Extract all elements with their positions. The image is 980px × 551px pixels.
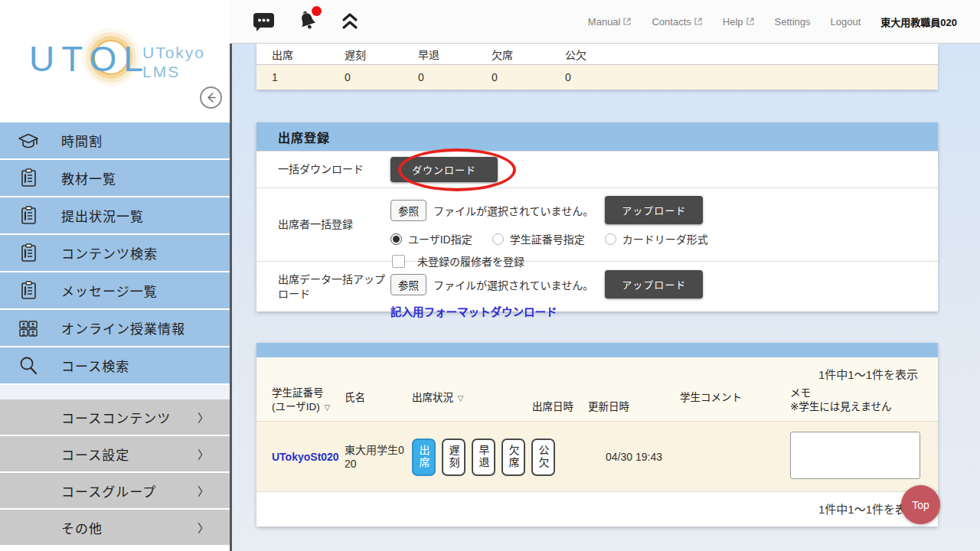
notifications-button[interactable] (296, 10, 319, 33)
id-type-radio-group: ユーザID指定 学生証番号指定 カードリーダ形式 (390, 231, 938, 246)
sort-icon[interactable]: ▽ (458, 394, 464, 403)
radio-student-card-number-label[interactable]: 学生証番号指定 (510, 231, 585, 246)
attendee-bulk-register-label: 出席者一括登録 (256, 188, 390, 261)
summary-header-late: 遅刻 (345, 47, 418, 62)
sidebar-item-messages[interactable]: メッセージ一覧 (0, 272, 230, 310)
external-link-icon (746, 17, 755, 26)
sidebar-item-label: 時間割 (61, 131, 103, 150)
collapse-topbar-button[interactable] (341, 11, 359, 31)
sidebar-item-online-class-info[interactable]: オンライン授業情報 (0, 310, 230, 347)
scroll-to-top-button[interactable]: Top (901, 485, 940, 524)
logo-subtitle-line2: LMS (142, 62, 205, 81)
status-button-excused[interactable]: 公欠 (531, 439, 555, 476)
help-link-label: Help (723, 16, 743, 28)
sidebar-item-label: コース設定 (61, 445, 129, 464)
sidebar-item-label: メッセージ一覧 (61, 281, 158, 300)
sort-icon[interactable]: ▽ (325, 403, 331, 412)
clipboard-icon (15, 168, 41, 188)
sidebar-item-course-search[interactable]: コース検索 (0, 347, 230, 385)
settings-link[interactable]: Settings (775, 16, 811, 28)
sidebar-section-gap (0, 385, 230, 399)
update-time-cell: 04/30 19:43 (606, 451, 662, 463)
sidebar-item-timetable[interactable]: 時間割 (0, 122, 230, 160)
radio-user-id-label[interactable]: ユーザID指定 (408, 231, 472, 246)
no-file-selected-text: ファイルが選択されていません。 (433, 277, 593, 292)
attendance-summary-table: 出席 遅刻 早退 欠席 公欠 1 0 0 0 0 (256, 44, 938, 90)
double-chevron-up-icon (341, 11, 359, 31)
sidebar-collapse-button[interactable] (200, 86, 222, 109)
summary-value-present: 1 (272, 71, 345, 83)
logout-link-label: Logout (831, 16, 861, 28)
student-id-link[interactable]: UTokyoSt020 (272, 451, 345, 463)
sidebar-item-label: 提出状況一覧 (61, 206, 144, 225)
summary-header-early-leave: 早退 (418, 47, 492, 62)
download-button[interactable]: ダウンロード (390, 157, 498, 182)
settings-link-label: Settings (775, 16, 811, 28)
pagination-info-bottom: 1件中1〜1件を表示 (256, 491, 938, 527)
summary-value-absent: 0 (492, 71, 565, 83)
column-header-memo: メモ ※学生には見えません (790, 386, 938, 414)
sidebar-item-course-contents[interactable]: コースコンテンツ 〉 (0, 399, 230, 436)
status-button-group: 出席 遅刻 早退 欠席 公欠 (412, 439, 557, 476)
sidebar-item-label: その他 (61, 518, 103, 537)
topbar-links: Manual Contacts Help Settings Logout 東大用… (588, 15, 980, 29)
sidebar-item-label: コンテンツ検索 (61, 243, 158, 262)
summary-value-row: 1 0 0 0 0 (256, 65, 938, 90)
summary-header-row: 出席 遅刻 早退 欠席 公欠 (256, 44, 938, 65)
column-header-status[interactable]: 出席状況 ▽ (412, 391, 532, 405)
attendance-data-upload-row: 出席データ一括アップロード 参照 ファイルが選択されていません。 アップロード … (256, 261, 938, 311)
radio-card-reader-format-label[interactable]: カードリーダ形式 (622, 231, 708, 246)
table-head-area: 1件中1〜1件を表示 学生証番号 (ユーザID) ▽ 氏名 出席状況 ▽ 出席日… (256, 357, 938, 421)
bulk-download-label: 一括ダウンロード (256, 162, 390, 177)
clipboard-icon (15, 243, 41, 263)
arrow-left-icon (205, 92, 217, 103)
sidebar-item-others[interactable]: その他 〉 (0, 510, 230, 546)
contacts-link[interactable]: Contacts (652, 16, 702, 28)
chevron-right-icon: 〉 (198, 520, 210, 536)
app-logo: UTOL (29, 38, 150, 80)
status-button-early-leave[interactable]: 早退 (472, 439, 495, 476)
topbar: Manual Contacts Help Settings Logout 東大用… (230, 0, 980, 44)
help-link[interactable]: Help (723, 16, 755, 28)
sidebar-item-course-settings[interactable]: コース設定 〉 (0, 436, 230, 473)
sidebar-item-course-group[interactable]: コースグループ 〉 (0, 473, 230, 510)
pagination-info-top: 1件中1〜1件を表示 (256, 357, 938, 382)
format-download-link[interactable]: 記入用フォーマットダウンロード (390, 303, 557, 319)
status-button-absent[interactable]: 欠席 (501, 439, 525, 476)
summary-header-absent: 欠席 (492, 47, 565, 62)
chevron-right-icon: 〉 (198, 446, 210, 462)
logout-link[interactable]: Logout (831, 16, 861, 28)
notification-badge (312, 6, 322, 16)
sidebar: UTOL UTokyo LMS 時間割 教材一覧 提出状況一覧 コンテン (0, 0, 230, 551)
search-icon (15, 356, 41, 376)
messages-button[interactable] (253, 11, 275, 32)
graduation-cap-icon (15, 132, 41, 150)
column-header-update-time: 更新日時 (588, 400, 680, 414)
manual-link[interactable]: Manual (588, 16, 632, 28)
browse-file-button[interactable]: 参照 (390, 274, 426, 295)
contacts-link-label: Contacts (652, 16, 691, 28)
status-button-present[interactable]: 出席 (412, 439, 436, 476)
memo-input[interactable] (790, 432, 920, 479)
panel-title: 出席登録 (256, 122, 938, 151)
sidebar-item-label: 教材一覧 (61, 168, 116, 187)
radio-user-id[interactable] (390, 233, 402, 245)
summary-value-early-leave: 0 (418, 71, 492, 83)
summary-header-present: 出席 (272, 47, 345, 62)
sidebar-item-content-search[interactable]: コンテンツ検索 (0, 235, 230, 272)
table-header-bar (256, 343, 938, 357)
radio-card-reader-format[interactable] (605, 233, 616, 245)
column-header-student-id[interactable]: 学生証番号 (ユーザID) ▽ (272, 386, 345, 414)
browse-file-button[interactable]: 参照 (390, 200, 426, 221)
memo-cell (790, 432, 938, 482)
summary-header-excused: 公欠 (565, 47, 639, 62)
upload-button[interactable]: アップロード (605, 196, 703, 224)
status-button-late[interactable]: 遅刻 (442, 439, 466, 476)
upload-button[interactable]: アップロード (605, 270, 703, 298)
external-link-icon (694, 17, 703, 26)
clipboard-icon (15, 281, 41, 301)
sidebar-item-materials[interactable]: 教材一覧 (0, 160, 230, 197)
table-column-headers: 学生証番号 (ユーザID) ▽ 氏名 出席状況 ▽ 出席日時 更新日時 学生コメ… (256, 386, 938, 414)
radio-student-card-number[interactable] (492, 233, 504, 245)
sidebar-item-submission-status[interactable]: 提出状況一覧 (0, 197, 230, 235)
